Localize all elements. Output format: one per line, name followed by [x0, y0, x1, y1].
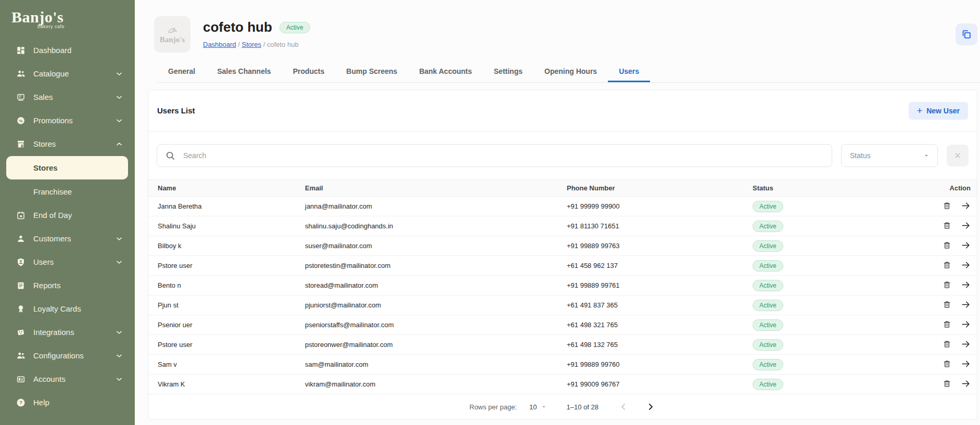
rows-per-page-select[interactable]: 10	[529, 403, 546, 411]
status-badge: Active	[753, 201, 783, 212]
sidebar-item-sales[interactable]: Sales	[0, 85, 135, 109]
delete-user-button[interactable]	[943, 300, 951, 309]
sidebar-subitem-franchisee[interactable]: Franchisee	[0, 180, 135, 203]
sidebar-item-stores[interactable]: Stores	[0, 132, 135, 156]
cell-action	[915, 315, 977, 335]
open-user-button[interactable]	[961, 280, 971, 290]
sidebar-item-help[interactable]: ? Help	[0, 391, 135, 414]
chevron-down-icon	[115, 375, 123, 383]
delete-user-button[interactable]	[943, 320, 951, 329]
chevron-down-icon	[115, 352, 123, 360]
sidebar-item-label: Promotions	[33, 116, 73, 125]
tab-products[interactable]: Products	[282, 62, 336, 82]
table-row: Pstore user pstoreonwer@mailinator.com +…	[148, 335, 977, 355]
tab-opening-hours[interactable]: Opening Hours	[533, 62, 608, 82]
open-user-button[interactable]	[961, 339, 971, 349]
search-input[interactable]	[157, 144, 832, 167]
open-user-button[interactable]	[961, 359, 971, 369]
delete-user-button[interactable]	[943, 201, 951, 210]
sidebar-subitem-label: Franchisee	[33, 187, 72, 196]
close-icon	[953, 151, 962, 160]
cell-phone: +61 491 837 365	[557, 295, 743, 315]
open-user-button[interactable]	[961, 379, 971, 389]
help-icon: ?	[16, 397, 26, 408]
cell-name: Pstore user	[148, 256, 296, 276]
sidebar-item-dashboard[interactable]: Dashboard	[0, 38, 135, 62]
sidebar-item-configurations[interactable]: Configurations	[0, 344, 135, 367]
cell-action	[915, 375, 977, 394]
sales-icon	[16, 92, 26, 102]
breadcrumb-separator: /	[263, 41, 267, 48]
sidebar-item-users[interactable]: Users	[0, 250, 135, 274]
sidebar-item-customers[interactable]: Customers	[0, 227, 135, 250]
delete-user-button[interactable]	[943, 241, 951, 250]
delete-user-button[interactable]	[943, 261, 951, 269]
status-badge: Active	[753, 339, 783, 351]
cell-name: Janna Beretha	[148, 197, 296, 216]
arrow-right-icon	[961, 201, 971, 211]
new-user-button-label: New User	[926, 107, 960, 115]
status-badge: Active	[753, 300, 783, 311]
tab-bank-accounts[interactable]: Bank Accounts	[408, 62, 482, 82]
column-header-action: Action	[915, 180, 977, 197]
open-user-button[interactable]	[961, 260, 971, 270]
breadcrumb-link-stores[interactable]: Stores	[241, 41, 261, 48]
tab-bar: General Sales Channels Products Bump Scr…	[157, 62, 980, 83]
sidebar-item-loyalty-cards[interactable]: Loyalty Cards	[0, 297, 135, 320]
open-user-button[interactable]	[961, 201, 971, 211]
delete-user-button[interactable]	[943, 280, 951, 289]
sidebar-item-integrations[interactable]: Integrations	[0, 320, 135, 344]
sidebar-item-label: Customers	[33, 234, 71, 243]
cell-phone: +61 498 321 765	[557, 315, 743, 335]
copy-icon	[961, 29, 972, 40]
tab-bump-screens[interactable]: Bump Screens	[335, 62, 408, 82]
cell-action	[915, 335, 977, 355]
tab-users[interactable]: Users	[608, 62, 650, 82]
status-badge: Active	[753, 221, 783, 232]
cell-action	[915, 236, 977, 256]
cell-status: Active	[743, 375, 915, 394]
status-filter-select[interactable]: Status	[841, 144, 938, 167]
tab-general[interactable]: General	[157, 62, 206, 82]
rows-per-page-value: 10	[529, 403, 537, 411]
sidebar: Banjo's bakery cafe Dashboard Catalogue …	[0, 0, 135, 425]
sidebar-subitem-stores[interactable]: Stores	[6, 156, 128, 179]
delete-user-button[interactable]	[943, 221, 951, 230]
previous-page-button[interactable]	[618, 402, 629, 412]
delete-user-button[interactable]	[943, 340, 951, 349]
status-badge: Active	[753, 260, 783, 272]
open-user-button[interactable]	[961, 240, 971, 250]
sidebar-item-label: Accounts	[33, 375, 66, 383]
sidebar-item-accounts[interactable]: Accounts	[0, 367, 135, 391]
sidebar-item-end-of-day[interactable]: End of Day	[0, 203, 135, 227]
plus-icon: +	[917, 106, 923, 115]
copy-button[interactable]	[956, 23, 977, 45]
clear-filters-button[interactable]	[947, 145, 969, 166]
table-row: Vikram K vikram@mailinator.com +91 99009…	[148, 375, 977, 394]
cell-action	[915, 295, 977, 315]
open-user-button[interactable]	[961, 300, 971, 310]
new-user-button[interactable]: + New User	[909, 102, 968, 120]
caret-down-icon	[923, 152, 930, 159]
breadcrumb: Dashboard / Stores / cofeto hub	[203, 41, 310, 48]
breadcrumb-link-dashboard[interactable]: Dashboard	[203, 41, 236, 48]
svg-text:%: %	[19, 118, 23, 123]
tab-sales-channels[interactable]: Sales Channels	[206, 62, 282, 82]
sidebar-item-reports[interactable]: Reports	[0, 274, 135, 297]
users-shield-icon	[16, 257, 26, 267]
delete-user-button[interactable]	[943, 379, 951, 388]
arrow-right-icon	[961, 359, 971, 369]
users-list-card: Users List + New User Status	[148, 89, 977, 420]
next-page-button[interactable]	[645, 402, 656, 412]
stores-icon	[16, 139, 26, 149]
arrow-right-icon	[961, 260, 971, 270]
chevron-down-icon	[115, 93, 123, 101]
trash-icon	[943, 300, 951, 309]
sidebar-item-label: End of Day	[33, 211, 72, 220]
open-user-button[interactable]	[961, 319, 971, 329]
open-user-button[interactable]	[961, 221, 971, 230]
tab-settings[interactable]: Settings	[483, 62, 533, 82]
sidebar-item-catalogue[interactable]: Catalogue	[0, 62, 135, 85]
delete-user-button[interactable]	[943, 359, 951, 368]
sidebar-item-promotions[interactable]: % Promotions	[0, 109, 135, 132]
